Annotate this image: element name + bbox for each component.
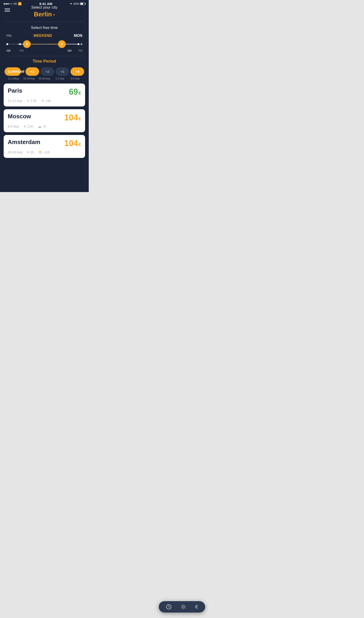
card-amsterdam-price: 104 €: [64, 139, 81, 148]
chip-plus3-label: +3: [60, 70, 64, 74]
cloud-icon-moscow: ☁: [38, 124, 41, 129]
day-fri: FRI: [6, 34, 12, 38]
plane-icon: ✈: [27, 99, 30, 103]
signal-dots: [4, 3, 12, 5]
chip-plus1[interactable]: +1: [26, 67, 39, 76]
paris-date: 11-12 Aug: [8, 99, 22, 103]
cards-section: Paris 69 € 11-12 Aug ✈ 1.5h ☀ +34: [0, 83, 89, 158]
slider-handle-right[interactable]: ⏸: [58, 40, 66, 48]
card-moscow-price: 104 €: [64, 113, 81, 122]
moscow-price-value: 104: [64, 113, 78, 122]
chip-plus4-label: +4: [75, 70, 79, 74]
battery-percent: 42%: [73, 2, 79, 5]
chip-date-1: 18-19 Aug: [22, 77, 36, 80]
time-period-section: Time Period CURRENT +1 +2 +3 +4 11-12Aug…: [0, 56, 89, 83]
amsterdam-weather: ⛅ +18: [39, 150, 49, 154]
wifi-icon: 📶: [18, 2, 22, 5]
card-moscow-city: Moscow: [8, 113, 31, 120]
paris-temp: +34: [45, 99, 51, 103]
time-period-title: Time Period: [5, 59, 84, 64]
menu-line-2: [5, 10, 10, 10]
signal-dot-5: [11, 3, 12, 5]
chips-row: CURRENT +1 +2 +3 +4: [5, 67, 84, 76]
slider-dot-end: [80, 43, 82, 45]
card-paris-city: Paris: [8, 87, 22, 94]
card-paris-header: Paris 69 €: [8, 87, 81, 97]
amsterdam-flight: ✈ 2h: [27, 150, 34, 154]
chip-date-4: 8-9 Sep: [68, 77, 82, 80]
battery-icon: [80, 2, 85, 5]
card-paris-price: 69 €: [69, 87, 81, 97]
paris-duration: 1.5h: [30, 99, 37, 103]
select-city-label: Select your city: [5, 5, 84, 10]
plane-icon-amsterdam: ✈: [27, 150, 30, 154]
moscow-weather: ☁ +5: [38, 124, 46, 129]
free-time-title: Select free time: [5, 26, 84, 30]
card-amsterdam-city: Amsterdam: [8, 139, 40, 146]
paris-weather: ☀ +34: [41, 99, 51, 103]
card-paris-details: 11-12 Aug ✈ 1.5h ☀ +34: [8, 99, 81, 103]
bluetooth-icon: ✦: [70, 2, 72, 5]
plane-icon-moscow: ✈: [24, 125, 26, 128]
am-label-left: AM: [6, 49, 11, 52]
pause-icon-left: ⏸: [26, 42, 28, 46]
paris-currency: €: [78, 91, 81, 96]
moscow-currency: €: [78, 116, 81, 121]
chip-date-3: 1-2 Sep: [53, 77, 67, 80]
amsterdam-duration: 2h: [30, 150, 34, 154]
card-amsterdam[interactable]: Amsterdam 104 € 18-19 Aug ✈ 2h ⛅ +18: [4, 135, 85, 158]
ampm-labels: AM PM AM PM: [5, 49, 84, 52]
chip-dates: 11-12Aug 18-19 Aug 25-26 Aug 1-2 Sep 8-9…: [5, 77, 84, 80]
chip-current-label: CURRENT: [8, 70, 24, 74]
chip-connector-1: [22, 71, 24, 73]
dropdown-arrow-icon: ▾: [53, 13, 55, 17]
paris-price-value: 69: [69, 87, 78, 97]
city-name: Berlin: [34, 11, 52, 18]
paris-flight: ✈ 1.5h: [27, 99, 37, 103]
header: Select your city Berlin ▾: [0, 7, 89, 22]
header-content: Select your city Berlin ▾: [5, 5, 84, 18]
chip-plus4[interactable]: +4: [71, 67, 84, 76]
card-paris[interactable]: Paris 69 € 11-12 Aug ✈ 1.5h ☀ +34: [4, 83, 85, 106]
chip-plus1-label: +1: [30, 70, 34, 74]
am-label-right: AM: [67, 49, 71, 52]
slider-handle-left[interactable]: ⏸: [23, 40, 31, 48]
menu-line-3: [5, 11, 10, 12]
moscow-date: 8-9 Sep: [8, 125, 19, 128]
pm-label-left: PM: [20, 49, 24, 52]
menu-line-1: [5, 8, 10, 9]
amsterdam-currency: €: [78, 142, 81, 147]
city-selector[interactable]: Berlin ▾: [34, 11, 55, 18]
day-weekend: WEEKEND: [33, 34, 52, 38]
bottom-spacer: [0, 158, 89, 181]
pm-label-right: PM: [78, 49, 82, 52]
status-right: ✦ 42%: [70, 2, 85, 5]
pause-icon-right: ⏸: [60, 42, 63, 46]
slider-dashed: [27, 44, 62, 44]
day-labels: FRI WEEKEND MON: [5, 34, 84, 38]
chip-current[interactable]: CURRENT: [5, 67, 21, 76]
time-slider[interactable]: ⏸ ⏸: [6, 39, 82, 49]
card-moscow[interactable]: Moscow 104 € 8-9 Sep ✈ 2.5h ☁ +5: [4, 109, 85, 132]
chip-plus2[interactable]: +2: [40, 67, 54, 76]
moscow-duration: 2.5h: [27, 125, 33, 128]
sun-icon-paris: ☀: [41, 99, 44, 103]
slider-dot-before-end: [78, 43, 79, 45]
slider-dot-start: [6, 43, 8, 45]
amsterdam-temp: +18: [44, 150, 49, 154]
carrier-name: VK: [13, 2, 17, 5]
phone-container: VK 📶 9:41 AM ✦ 42% Select your city Berl…: [0, 0, 89, 192]
moscow-temp: +5: [42, 125, 46, 128]
chip-date-2: 25-26 Aug: [38, 77, 51, 80]
signal-dot-1: [4, 3, 5, 5]
chip-date-0: 11-12Aug: [7, 77, 20, 80]
signal-dot-2: [5, 3, 7, 5]
card-moscow-details: 8-9 Sep ✈ 2.5h ☁ +5: [8, 124, 81, 129]
card-amsterdam-details: 18-19 Aug ✈ 2h ⛅ +18: [8, 150, 81, 154]
battery-fill: [80, 3, 83, 5]
status-left: VK 📶: [4, 2, 22, 5]
signal-dot-4: [9, 3, 11, 5]
signal-dot-3: [7, 3, 9, 5]
chip-plus3[interactable]: +3: [55, 67, 69, 76]
amsterdam-price-value: 104: [64, 139, 78, 148]
